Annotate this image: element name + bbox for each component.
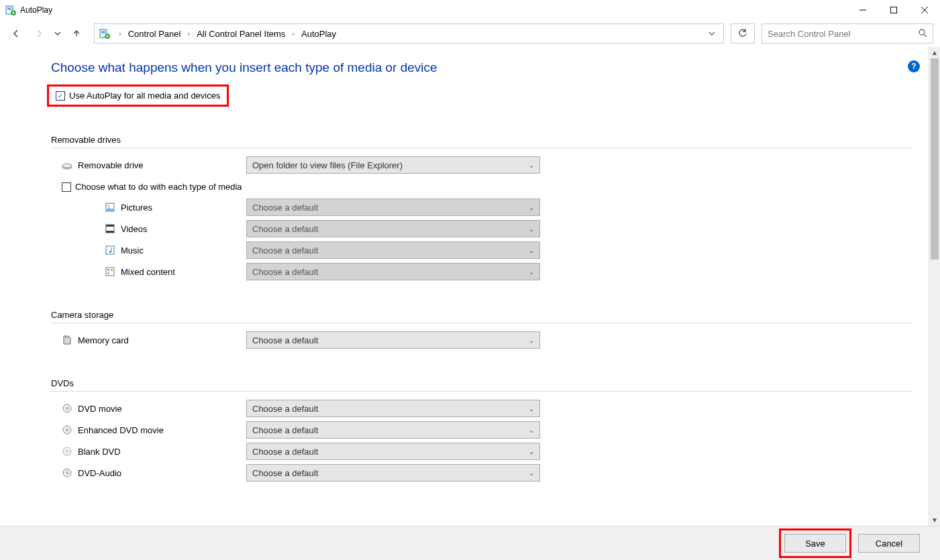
- svg-point-12: [919, 30, 925, 35]
- scroll-thumb[interactable]: [931, 58, 939, 260]
- pictures-dropdown[interactable]: Choose a default ⌄: [246, 199, 540, 216]
- footer: Save Cancel: [0, 526, 940, 560]
- mixed-content-label: Mixed content: [105, 266, 246, 277]
- svg-point-17: [108, 205, 110, 207]
- scroll-down-arrow[interactable]: ▼: [929, 514, 940, 526]
- svg-rect-19: [106, 225, 114, 227]
- chevron-down-icon: ⌄: [529, 225, 534, 233]
- memory-card-label: Memory card: [62, 335, 246, 345]
- choose-each-type-checkbox[interactable]: [62, 182, 71, 192]
- svg-point-15: [62, 164, 72, 168]
- cancel-button[interactable]: Cancel: [858, 534, 920, 553]
- videos-label: Videos: [105, 223, 246, 234]
- divider: [51, 148, 913, 148]
- section-heading-dvds: DVDs: [51, 378, 913, 388]
- pictures-label: Pictures: [105, 202, 246, 213]
- chevron-down-icon: ⌄: [529, 448, 534, 455]
- refresh-button[interactable]: [731, 23, 755, 44]
- search-placeholder: Search Control Panel: [768, 29, 918, 39]
- vertical-scrollbar[interactable]: ▲ ▼: [929, 47, 940, 526]
- chevron-down-icon: ⌄: [529, 204, 534, 211]
- enhanced-dvd-dropdown[interactable]: Choose a default ⌄: [246, 421, 540, 439]
- dvd-audio-label: DVD-Audio: [62, 467, 246, 478]
- highlight-master-checkbox: ✓ Use AutoPlay for all media and devices: [47, 85, 229, 107]
- breadcrumb-item[interactable]: Control Panel: [127, 27, 182, 40]
- highlight-save: Save: [779, 528, 851, 558]
- svg-rect-1: [7, 7, 11, 10]
- divider: [51, 323, 913, 323]
- svg-line-13: [924, 34, 927, 37]
- search-input[interactable]: Search Control Panel: [762, 23, 933, 44]
- forward-button[interactable]: [30, 24, 48, 43]
- music-dropdown[interactable]: Choose a default ⌄: [246, 241, 540, 259]
- svg-point-37: [66, 472, 68, 474]
- music-icon: [105, 245, 115, 256]
- breadcrumb[interactable]: › Control Panel › All Control Panel Item…: [94, 23, 724, 44]
- pictures-icon: [105, 202, 115, 213]
- use-autoplay-label: Use AutoPlay for all media and devices: [69, 91, 220, 101]
- svg-rect-5: [891, 7, 897, 13]
- svg-rect-29: [68, 337, 68, 338]
- chevron-down-icon: ⌄: [529, 247, 534, 254]
- svg-rect-28: [66, 337, 67, 338]
- maximize-button[interactable]: [878, 0, 909, 20]
- music-label: Music: [105, 245, 246, 256]
- svg-rect-27: [65, 337, 66, 338]
- removable-drive-label: Removable drive: [62, 160, 246, 170]
- svg-rect-21: [106, 246, 114, 254]
- disc-icon: [62, 446, 72, 457]
- section-heading-removable: Removable drives: [51, 135, 913, 145]
- memory-card-dropdown[interactable]: Choose a default ⌄: [246, 331, 540, 349]
- search-icon: [918, 28, 927, 40]
- choose-each-type-label: Choose what to do with each type of medi…: [75, 182, 242, 192]
- chevron-down-icon: ⌄: [529, 337, 534, 344]
- up-button[interactable]: [67, 24, 86, 43]
- mixed-content-dropdown[interactable]: Choose a default ⌄: [246, 263, 540, 280]
- removable-drive-dropdown[interactable]: Open folder to view files (File Explorer…: [246, 156, 540, 174]
- dvd-movie-dropdown[interactable]: Choose a default ⌄: [246, 400, 540, 417]
- removable-drive-icon: [62, 160, 72, 170]
- videos-icon: [105, 223, 115, 234]
- videos-dropdown[interactable]: Choose a default ⌄: [246, 220, 540, 237]
- autoplay-app-icon: [5, 5, 16, 15]
- disc-icon: [62, 425, 72, 435]
- chevron-right-icon[interactable]: ›: [289, 30, 297, 38]
- use-autoplay-checkbox[interactable]: ✓: [56, 91, 65, 101]
- chevron-down-icon: ⌄: [529, 268, 534, 276]
- svg-point-31: [66, 408, 68, 410]
- page-title: Choose what happens when you insert each…: [51, 60, 913, 75]
- blank-dvd-dropdown[interactable]: Choose a default ⌄: [246, 443, 540, 460]
- navigation-bar: › Control Panel › All Control Panel Item…: [0, 20, 940, 47]
- content-area: ? Choose what happens when you insert ea…: [0, 47, 940, 526]
- chevron-down-icon: ⌄: [529, 427, 534, 434]
- chevron-down-icon[interactable]: [709, 29, 715, 39]
- disc-icon: [62, 403, 72, 414]
- recent-locations-button[interactable]: [52, 24, 63, 43]
- scroll-up-arrow[interactable]: ▲: [929, 47, 940, 58]
- close-button[interactable]: [909, 0, 940, 20]
- svg-rect-26: [107, 272, 109, 274]
- chevron-right-icon[interactable]: ›: [116, 30, 124, 38]
- chevron-down-icon: ⌄: [529, 162, 534, 169]
- svg-rect-25: [111, 269, 113, 271]
- breadcrumb-item[interactable]: AutoPlay: [300, 27, 337, 40]
- divider: [51, 391, 913, 392]
- chevron-right-icon[interactable]: ›: [185, 30, 193, 38]
- back-button[interactable]: [7, 24, 25, 43]
- window-title: AutoPlay: [20, 5, 52, 15]
- save-button[interactable]: Save: [784, 534, 846, 553]
- section-heading-camera: Camera storage: [51, 310, 913, 320]
- dvd-movie-label: DVD movie: [62, 403, 246, 414]
- breadcrumb-item[interactable]: All Control Panel Items: [195, 27, 286, 40]
- svg-rect-23: [106, 268, 114, 276]
- minimize-button[interactable]: [847, 0, 878, 20]
- mixed-content-icon: [105, 266, 115, 277]
- chevron-down-icon: ⌄: [529, 469, 534, 477]
- autoplay-breadcrumb-icon: [99, 27, 111, 40]
- dvd-audio-dropdown[interactable]: Choose a default ⌄: [246, 464, 540, 482]
- title-bar: AutoPlay: [0, 0, 940, 20]
- help-icon[interactable]: ?: [908, 60, 920, 72]
- memory-card-icon: [62, 335, 72, 345]
- svg-point-35: [66, 451, 68, 453]
- disc-icon: [62, 467, 72, 478]
